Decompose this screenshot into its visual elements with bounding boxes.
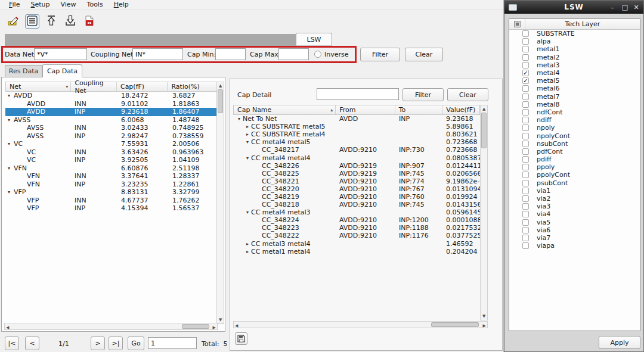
tech-layer-row[interactable]: pdfCont (509, 148, 640, 155)
menu-view[interactable]: View (55, 0, 81, 10)
cap-table-row[interactable]: CC_348223AVDD:9210INP:11880.0217532 (233, 224, 480, 232)
layer-checkbox[interactable] (522, 133, 529, 139)
minimize-icon[interactable]: – (606, 1, 618, 14)
net-table-row[interactable]: VFNINP3.232351.22861 (5, 180, 218, 189)
tab-res-data[interactable]: Res Data (5, 65, 42, 77)
tech-layer-row[interactable]: via1 (509, 187, 640, 195)
layer-checkbox[interactable] (522, 242, 529, 249)
clear-button[interactable]: Clear (405, 48, 443, 61)
page-go-button[interactable]: Go (128, 337, 144, 350)
cap-table-row[interactable]: CC_348225AVDD:9219INP:7450.0206566 (233, 170, 480, 177)
list-button[interactable] (25, 14, 39, 29)
cap-table-row[interactable]: CC_348219AVDD:9210INP:7600.019924 (233, 193, 480, 201)
tech-layer-row[interactable]: ndfCont (509, 108, 640, 116)
tree-expander-icon[interactable]: ▾ (5, 141, 13, 147)
layer-checkbox[interactable] (522, 227, 529, 233)
coupling-net-input[interactable] (132, 48, 183, 60)
cap-table-row[interactable]: ▸CC SUBSTRATE metal55.89861 (233, 123, 480, 130)
page-prev-button[interactable]: < (25, 337, 39, 350)
tech-layer-row[interactable]: psubCont (509, 179, 640, 187)
cap-table-row[interactable]: ▾CC metal4 metal30.0596145 (233, 208, 480, 216)
cap-table-row[interactable]: ▸CC metal1 metal40.204204 (233, 248, 480, 256)
lsw-tab-button[interactable]: LSW (296, 33, 332, 46)
close-icon[interactable]: ✕ (630, 1, 642, 14)
tree-expander-icon[interactable]: ▾ (5, 189, 13, 195)
tech-layer-row[interactable]: via5 (509, 219, 640, 226)
net-table-row[interactable]: AVSSINP2.982470.738559 (5, 132, 218, 141)
layer-checkbox[interactable] (522, 54, 529, 61)
lsw-titlebar[interactable]: LSW – □ ✕ (504, 1, 643, 14)
net-table-row[interactable]: VCINN3.634260.963963 (5, 148, 218, 157)
tech-layer-header[interactable]: Tech Layer (509, 19, 640, 30)
cap-min-input[interactable] (215, 48, 246, 60)
report-doc-button[interactable] (82, 14, 97, 29)
layer-checkbox[interactable] (522, 46, 529, 52)
tech-layer-row[interactable]: via3 (509, 203, 640, 210)
layer-checkbox[interactable] (522, 180, 529, 186)
net-table-row[interactable]: ▾VFP8.831313.32799 (5, 188, 218, 197)
layer-checkbox[interactable] (522, 219, 529, 226)
cap-table-row[interactable]: CC_348221AVDD:9210INP:7749.19862e-05 (233, 177, 480, 185)
tech-layer-row[interactable]: ✓metal5 (509, 77, 640, 85)
page-number-input[interactable] (148, 337, 197, 349)
net-table-row[interactable]: VFNINN3.376411.28337 (5, 172, 218, 180)
net-table-hscrollbar[interactable]: ◀ ▶ (4, 323, 218, 330)
tab-cap-data[interactable]: Cap Data (42, 64, 82, 77)
layer-checkbox[interactable] (522, 188, 529, 194)
layer-checkbox[interactable] (522, 211, 529, 217)
tree-expander-icon[interactable]: ▾ (5, 117, 13, 123)
cap-table-row[interactable]: CC_348222AVDD:9210INP:11760.0377525 (233, 232, 480, 239)
tree-expander-icon[interactable]: ▸ (244, 124, 251, 129)
tech-layer-row[interactable]: metal3 (509, 61, 640, 69)
cap-table-row[interactable]: CC_348218AVDD:9210INP:7450.0143156 (233, 201, 480, 208)
tech-layer-row[interactable]: ndiff (509, 116, 640, 124)
inverse-radio[interactable] (314, 51, 321, 58)
tech-layer-row[interactable]: pdiff (509, 155, 640, 163)
menu-tools[interactable]: Tools (82, 0, 109, 10)
net-table-row[interactable]: VFPINN4.677371.76262 (5, 197, 218, 205)
layer-checkbox[interactable] (522, 124, 529, 131)
cap-table-row[interactable]: CC_348220AVDD:9210INP:7670.0131094 (233, 185, 480, 193)
tech-layer-row[interactable]: metal2 (509, 54, 640, 61)
cap-table-row[interactable]: ▸CC metal3 metal41.46592 (233, 240, 480, 248)
cap-detail-clear-button[interactable]: Clear (447, 88, 488, 101)
layer-checkbox[interactable] (522, 117, 529, 123)
layer-checkbox[interactable] (522, 235, 529, 241)
tech-layer-row[interactable]: via2 (509, 195, 640, 203)
tech-layer-row[interactable]: via7 (509, 234, 640, 242)
net-table-row[interactable]: VCINP3.925051.04109 (5, 156, 218, 164)
layer-checkbox[interactable] (522, 62, 529, 68)
cap-max-input[interactable] (278, 48, 309, 60)
net-table-row[interactable]: AVDDINN9.011021.81863 (5, 100, 218, 108)
tech-layer-row[interactable]: viapa (509, 242, 640, 250)
page-last-button[interactable]: >| (109, 337, 123, 350)
net-table-row[interactable]: ▾AVSS6.00681.48748 (5, 116, 218, 124)
tech-layer-row[interactable]: ✓metal4 (509, 69, 640, 77)
net-table-row[interactable]: VFPINP4.153941.56537 (5, 204, 218, 213)
menu-file[interactable]: File (4, 0, 25, 10)
layer-checkbox[interactable] (522, 195, 529, 202)
layer-checkbox[interactable] (522, 30, 529, 37)
layer-checkbox[interactable] (522, 148, 529, 155)
tree-expander-icon[interactable]: ▾ (244, 155, 251, 161)
tech-layer-row[interactable]: ppoly (509, 163, 640, 171)
cap-table-row[interactable]: ▸CC SUBSTRATE metal40.803621 (233, 130, 480, 138)
tech-layer-row[interactable]: via4 (509, 210, 640, 218)
tech-layer-row[interactable]: metal1 (509, 45, 640, 53)
net-table-row[interactable]: AVSSINN3.024330.748925 (5, 124, 218, 132)
cap-table-row[interactable]: ▾CC metal4 metal50.723668 (233, 138, 480, 146)
tree-expander-icon[interactable]: ▸ (244, 132, 251, 137)
layer-checkbox[interactable] (522, 38, 529, 45)
cap-table-row[interactable]: CC_348217AVDD:9210INP:7300.723668 (233, 146, 480, 154)
import-bottom-button[interactable] (63, 14, 78, 29)
layer-checkbox[interactable] (522, 85, 529, 92)
net-table-header[interactable]: Net▾ Coupling Net Cap(fF) Ratio(%) (5, 82, 218, 92)
tree-expander-icon[interactable]: ▾ (236, 116, 243, 122)
layer-checkbox[interactable]: ✓ (522, 77, 529, 84)
layer-checkbox[interactable]: ✓ (522, 70, 529, 76)
tech-layer-row[interactable]: via6 (509, 226, 640, 234)
save-button[interactable] (235, 332, 247, 345)
tree-expander-icon[interactable]: ▾ (5, 166, 13, 171)
apply-button[interactable]: Apply (599, 336, 640, 349)
cap-table-row[interactable]: ▾CC metal4 metal40.0805387 (233, 154, 480, 161)
